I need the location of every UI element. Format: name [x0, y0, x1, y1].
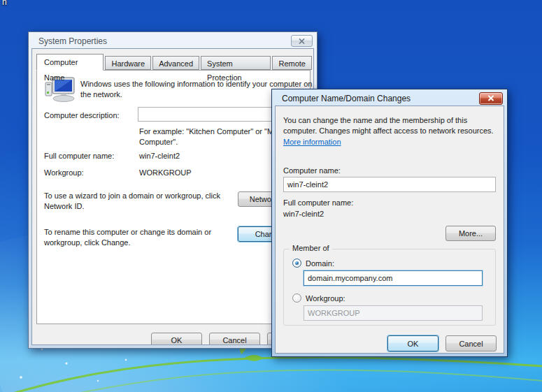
domain-changes-client-area: You can change the name and the membersh… — [275, 106, 504, 354]
cancel-button[interactable]: Cancel — [209, 333, 260, 345]
tab-computer-name[interactable]: Computer Name — [36, 54, 104, 71]
workgroup-value: WORKGROUP — [139, 168, 192, 177]
tab-advanced[interactable]: Advanced — [152, 56, 199, 70]
tab-system-protection[interactable]: System Protection — [201, 56, 271, 70]
tab-hardware[interactable]: Hardware — [105, 56, 151, 70]
tab-strip: Computer Name Hardware Advanced System P… — [36, 54, 313, 70]
full-computer-name-value: win7-cleint2 — [139, 152, 180, 160]
workgroup-input[interactable] — [304, 305, 483, 321]
workgroup-radio[interactable] — [292, 293, 301, 303]
ok-button[interactable]: OK — [151, 333, 202, 345]
tab-remote[interactable]: Remote — [272, 56, 312, 70]
desktop-wallpaper: n System Properties Computer Name Hardwa… — [0, 0, 542, 392]
close-icon — [299, 38, 305, 44]
domain-radio-label: Domain: — [306, 259, 334, 268]
domain-changes-titlebar[interactable]: Computer Name/Domain Changes — [275, 89, 504, 106]
close-button[interactable] — [479, 92, 503, 105]
member-of-groupbox: Member of Domain: Workgroup: — [283, 249, 496, 326]
ok-button[interactable]: OK — [387, 335, 438, 351]
domain-changes-dialog: Computer Name/Domain Changes You can cha… — [271, 89, 508, 357]
workgroup-radio-label: Workgroup: — [306, 294, 345, 303]
computer-description-label: Computer description: — [44, 111, 120, 119]
more-button[interactable]: More... — [445, 226, 496, 241]
computer-name-tab-page: Windows uses the following information t… — [36, 70, 311, 324]
dialog-title: Computer Name/Domain Changes — [282, 94, 411, 103]
full-computer-name-label: Full computer name: — [44, 152, 114, 160]
network-id-help-text: To use a wizard to join a domain or work… — [44, 191, 241, 212]
workgroup-label: Workgroup: — [44, 168, 84, 177]
computer-name-label: Computer name: — [283, 166, 341, 175]
close-button[interactable] — [291, 35, 313, 47]
cancel-button[interactable]: Cancel — [445, 335, 497, 351]
rename-help-text: To rename this computer or change its do… — [44, 227, 241, 248]
domain-input[interactable] — [304, 270, 483, 286]
desktop-icon-label-fragment: n — [2, 0, 7, 7]
window-title: System Properties — [38, 36, 107, 46]
domain-changes-intro-text: You can change the name and the membersh… — [283, 115, 501, 136]
full-computer-name-label: Full computer name: — [283, 198, 353, 207]
full-computer-name-value: win7-cleint2 — [283, 210, 324, 218]
domain-radio[interactable] — [292, 259, 301, 268]
computer-name-input[interactable] — [283, 177, 496, 192]
more-information-link[interactable]: More information — [283, 138, 341, 146]
close-icon — [487, 95, 494, 101]
system-properties-titlebar[interactable]: System Properties — [31, 32, 314, 48]
member-of-legend: Member of — [290, 244, 332, 252]
